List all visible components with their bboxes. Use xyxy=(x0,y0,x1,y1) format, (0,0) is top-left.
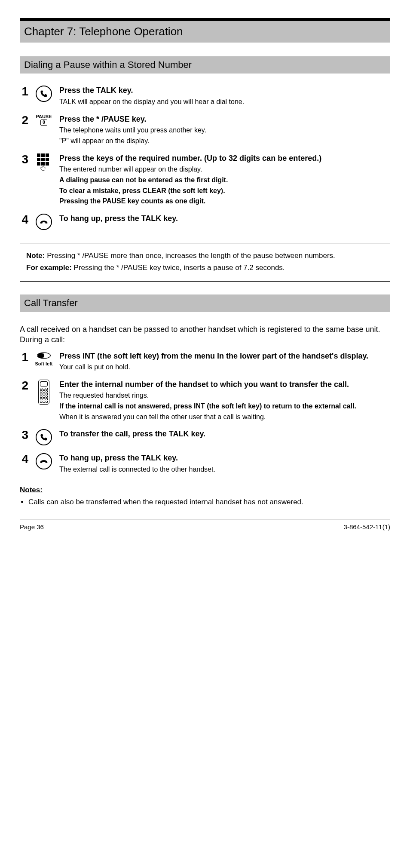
step-lead: To transfer the call, press the TALK key… xyxy=(59,429,390,439)
step-text: To hang up, press the TALK key. The exte… xyxy=(59,453,390,474)
step-sub: "P" will appear on the display. xyxy=(59,137,390,146)
step-number: 4 xyxy=(20,453,28,465)
step-icon-col xyxy=(34,429,53,445)
step-text: To transfer the call, press the TALK key… xyxy=(59,429,390,439)
step-4: 4 To hang up, press the TALK key. xyxy=(20,214,390,230)
step-number: 4 xyxy=(20,214,28,226)
step-sub: Your call is put on hold. xyxy=(59,363,390,372)
step-lead: Enter the internal number of the handset… xyxy=(59,380,390,390)
step-lead: Press the * /PAUSE key. xyxy=(59,114,390,124)
step-icon-col xyxy=(34,153,53,171)
step-sub: The entered number will appear on the di… xyxy=(59,165,390,174)
step-text: To hang up, press the TALK key. xyxy=(59,214,390,224)
notes-heading: Notes: xyxy=(20,485,390,495)
step-text: Press INT (the soft left key) from the m… xyxy=(59,351,390,372)
talk-icon xyxy=(36,429,52,445)
note-lead: Note: xyxy=(26,252,45,260)
note-line-1: Note: Pressing * /PAUSE more than once, … xyxy=(26,251,384,261)
footer-right: 3-864-542-11(1) xyxy=(344,523,390,531)
section2-intro: A call received on a handset can be pass… xyxy=(20,324,390,345)
soft-left-icon xyxy=(37,351,51,360)
step-icon-col xyxy=(34,453,53,469)
section-title-2: Call Transfer xyxy=(24,298,78,308)
note-example-lead: For example: xyxy=(26,264,72,272)
s2-step-1: 1 Soft left Press INT (the soft left key… xyxy=(20,351,390,372)
step-1: 1 Press the TALK key. TALK will appear o… xyxy=(20,86,390,106)
note-example-body: Pressing the * /PAUSE key twice, inserts… xyxy=(74,264,285,272)
soft-left-label: Soft left xyxy=(35,361,53,367)
step-icon-col xyxy=(34,380,53,405)
s2-step-2: 2 Enter the internal number of the hands… xyxy=(20,380,390,422)
chapter-underline xyxy=(20,44,390,44)
chapter-title: Chapter 7: Telephone Operation xyxy=(24,25,183,38)
svg-point-2 xyxy=(38,353,44,358)
step-sub-bold: Pressing the PAUSE key counts as one dig… xyxy=(59,197,390,206)
pause-label-icon: PAUSE xyxy=(36,113,52,120)
step-sub-bold: If the internal call is not answered, pr… xyxy=(59,402,390,411)
section-title-bar-2: Call Transfer xyxy=(20,294,390,312)
hangup-icon xyxy=(36,453,52,469)
footer: Page 36 3-864-542-11(1) xyxy=(20,519,390,531)
step-sub: When it is answered you can tell the oth… xyxy=(59,413,390,422)
step-sub: The telephone waits until you press anot… xyxy=(59,126,390,135)
step-sub: The requested handset rings. xyxy=(59,391,390,400)
s2-step-3: 3 To transfer the call, press the TALK k… xyxy=(20,429,390,445)
step-lead: To hang up, press the TALK key. xyxy=(59,214,390,224)
section-title-1: Dialing a Pause within a Stored Number xyxy=(24,59,192,70)
note-box: Note: Pressing * /PAUSE more than once, … xyxy=(20,243,390,282)
step-icon-col: PAUSE 0 xyxy=(34,114,53,126)
step-lead: Press the TALK key. xyxy=(59,86,390,95)
note-body: Pressing * /PAUSE more than once, increa… xyxy=(47,252,335,260)
notes-item: Calls can also be transferred when the r… xyxy=(28,497,390,507)
talk-icon xyxy=(36,86,52,102)
step-sub: TALK will appear on the display and you … xyxy=(59,98,390,107)
top-black-rule xyxy=(20,18,390,21)
step-lead: Press INT (the soft left key) from the m… xyxy=(59,351,390,361)
step-text: Press the keys of the required number. (… xyxy=(59,153,390,206)
step-number: 1 xyxy=(20,86,28,98)
step-2: 2 PAUSE 0 Press the * /PAUSE key. The te… xyxy=(20,114,390,146)
step-lead: Press the keys of the required number. (… xyxy=(59,153,390,163)
step-text: Enter the internal number of the handset… xyxy=(59,380,390,422)
keypad-icon xyxy=(37,153,51,171)
step-sub-bold: To clear a mistake, press CLEAR (the sof… xyxy=(59,187,390,196)
step-sub: The external call is connected to the ot… xyxy=(59,465,390,474)
step-number: 2 xyxy=(20,380,28,392)
step-number: 2 xyxy=(20,114,28,126)
step-text: Press the * /PAUSE key. The telephone wa… xyxy=(59,114,390,146)
footer-left: Page 36 xyxy=(20,523,44,531)
hangup-icon xyxy=(36,214,52,230)
step-number: 3 xyxy=(20,153,28,166)
section-title-bar-1: Dialing a Pause within a Stored Number xyxy=(20,56,390,74)
step-text: Press the TALK key. TALK will appear on … xyxy=(59,86,390,106)
step-icon-col: Soft left xyxy=(34,351,53,367)
note-line-2: For example: Pressing the * /PAUSE key t… xyxy=(26,263,384,273)
step-sub-bold: A dialing pause can not be entered as th… xyxy=(59,176,390,185)
step-lead: To hang up, press the TALK key. xyxy=(59,453,390,463)
step-icon-col xyxy=(34,86,53,102)
pause-key-icon: 0 xyxy=(40,120,47,126)
step-number: 1 xyxy=(20,351,28,363)
step-number: 3 xyxy=(20,429,28,441)
s2-step-4: 4 To hang up, press the TALK key. The ex… xyxy=(20,453,390,474)
step-3: 3 Press the keys of the required number.… xyxy=(20,153,390,206)
step-icon-col xyxy=(34,214,53,230)
chapter-title-bar: Chapter 7: Telephone Operation xyxy=(20,21,390,43)
notes-list: Calls can also be transferred when the r… xyxy=(20,497,390,507)
handset-icon xyxy=(38,380,49,405)
